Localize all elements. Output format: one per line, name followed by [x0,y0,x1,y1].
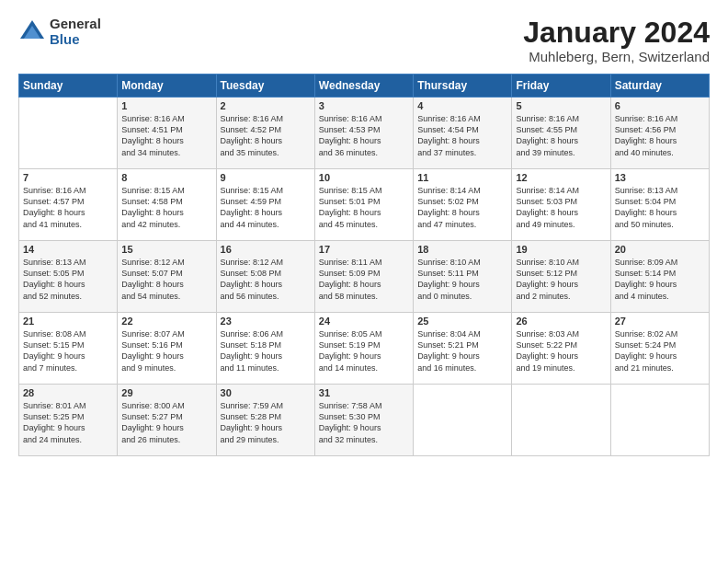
logo-blue: Blue [50,32,101,48]
day-info: Sunrise: 8:15 AM Sunset: 4:58 PM Dayligh… [121,185,211,230]
day-info: Sunrise: 8:10 AM Sunset: 5:12 PM Dayligh… [516,257,606,302]
logo: General Blue [18,17,101,47]
day-number: 5 [516,100,606,111]
day-number: 16 [221,244,311,255]
day-number: 6 [615,100,705,111]
day-info: Sunrise: 8:16 AM Sunset: 4:56 PM Dayligh… [615,113,705,158]
calendar-cell: 5Sunrise: 8:16 AM Sunset: 4:55 PM Daylig… [512,98,610,169]
cal-title: January 2024 [523,17,710,49]
calendar-row: 14Sunrise: 8:13 AM Sunset: 5:05 PM Dayli… [19,241,710,313]
day-info: Sunrise: 8:16 AM Sunset: 4:55 PM Dayligh… [516,113,606,158]
header-cell: Sunday [19,75,118,98]
calendar-cell: 15Sunrise: 8:12 AM Sunset: 5:07 PM Dayli… [118,241,216,313]
day-info: Sunrise: 8:04 AM Sunset: 5:21 PM Dayligh… [417,328,507,373]
day-number: 22 [121,316,211,327]
header-cell: Thursday [414,75,512,98]
day-number: 24 [319,316,409,327]
day-info: Sunrise: 8:01 AM Sunset: 5:25 PM Dayligh… [23,400,113,445]
day-number: 3 [319,100,409,111]
day-number: 25 [417,316,507,327]
calendar-cell: 8Sunrise: 8:15 AM Sunset: 4:58 PM Daylig… [118,169,216,241]
header-cell: Friday [512,75,610,98]
day-info: Sunrise: 7:58 AM Sunset: 5:30 PM Dayligh… [319,400,409,445]
day-info: Sunrise: 8:16 AM Sunset: 4:51 PM Dayligh… [121,113,211,158]
day-info: Sunrise: 8:00 AM Sunset: 5:27 PM Dayligh… [121,400,211,445]
day-number: 15 [121,244,211,255]
calendar-cell: 31Sunrise: 7:58 AM Sunset: 5:30 PM Dayli… [314,385,413,456]
day-number: 23 [221,316,311,327]
day-info: Sunrise: 8:16 AM Sunset: 4:53 PM Dayligh… [319,113,409,158]
day-number: 13 [615,172,705,183]
day-info: Sunrise: 8:03 AM Sunset: 5:22 PM Dayligh… [516,328,606,373]
calendar-table: SundayMondayTuesdayWednesdayThursdayFrid… [18,74,710,456]
day-info: Sunrise: 8:13 AM Sunset: 5:05 PM Dayligh… [23,257,113,302]
calendar-cell: 9Sunrise: 8:15 AM Sunset: 4:59 PM Daylig… [216,169,314,241]
calendar-header: SundayMondayTuesdayWednesdayThursdayFrid… [19,75,710,98]
calendar-cell: 1Sunrise: 8:16 AM Sunset: 4:51 PM Daylig… [118,98,216,169]
day-number: 30 [221,387,311,398]
calendar-cell: 28Sunrise: 8:01 AM Sunset: 5:25 PM Dayli… [19,385,118,456]
day-number: 4 [417,100,507,111]
calendar-cell [512,385,610,456]
calendar-cell [414,385,512,456]
calendar-cell: 12Sunrise: 8:14 AM Sunset: 5:03 PM Dayli… [512,169,610,241]
day-info: Sunrise: 8:08 AM Sunset: 5:15 PM Dayligh… [23,328,113,373]
day-number: 17 [319,244,409,255]
day-info: Sunrise: 8:07 AM Sunset: 5:16 PM Dayligh… [121,328,211,373]
calendar-cell: 10Sunrise: 8:15 AM Sunset: 5:01 PM Dayli… [314,169,413,241]
header: General Blue January 2024 Muhleberg, Ber… [18,17,710,64]
header-cell: Tuesday [216,75,314,98]
day-info: Sunrise: 8:02 AM Sunset: 5:24 PM Dayligh… [615,328,705,373]
calendar-cell: 11Sunrise: 8:14 AM Sunset: 5:02 PM Dayli… [414,169,512,241]
day-info: Sunrise: 8:16 AM Sunset: 4:52 PM Dayligh… [221,113,311,158]
page: General Blue January 2024 Muhleberg, Ber… [0,0,728,465]
calendar-body: 1Sunrise: 8:16 AM Sunset: 4:51 PM Daylig… [19,98,710,456]
day-number: 8 [121,172,211,183]
day-info: Sunrise: 8:14 AM Sunset: 5:02 PM Dayligh… [417,185,507,230]
header-row: SundayMondayTuesdayWednesdayThursdayFrid… [19,75,710,98]
calendar-row: 21Sunrise: 8:08 AM Sunset: 5:15 PM Dayli… [19,313,710,385]
calendar-cell: 25Sunrise: 8:04 AM Sunset: 5:21 PM Dayli… [414,313,512,385]
calendar-cell: 18Sunrise: 8:10 AM Sunset: 5:11 PM Dayli… [414,241,512,313]
logo-icon [18,18,46,46]
calendar-cell: 14Sunrise: 8:13 AM Sunset: 5:05 PM Dayli… [19,241,118,313]
day-number: 28 [23,387,113,398]
day-number: 11 [417,172,507,183]
calendar-cell: 17Sunrise: 8:11 AM Sunset: 5:09 PM Dayli… [314,241,413,313]
calendar-cell: 19Sunrise: 8:10 AM Sunset: 5:12 PM Dayli… [512,241,610,313]
calendar-cell: 16Sunrise: 8:12 AM Sunset: 5:08 PM Dayli… [216,241,314,313]
calendar-cell: 22Sunrise: 8:07 AM Sunset: 5:16 PM Dayli… [118,313,216,385]
day-info: Sunrise: 8:12 AM Sunset: 5:07 PM Dayligh… [121,257,211,302]
day-number: 20 [615,244,705,255]
day-info: Sunrise: 8:15 AM Sunset: 4:59 PM Dayligh… [221,185,311,230]
calendar-cell [610,385,709,456]
calendar-cell: 2Sunrise: 8:16 AM Sunset: 4:52 PM Daylig… [216,98,314,169]
day-info: Sunrise: 8:09 AM Sunset: 5:14 PM Dayligh… [615,257,705,302]
calendar-cell: 7Sunrise: 8:16 AM Sunset: 4:57 PM Daylig… [19,169,118,241]
day-number: 9 [221,172,311,183]
calendar-cell: 20Sunrise: 8:09 AM Sunset: 5:14 PM Dayli… [610,241,709,313]
day-number: 19 [516,244,606,255]
day-number: 12 [516,172,606,183]
calendar-cell: 23Sunrise: 8:06 AM Sunset: 5:18 PM Dayli… [216,313,314,385]
day-number: 1 [121,100,211,111]
day-info: Sunrise: 8:10 AM Sunset: 5:11 PM Dayligh… [417,257,507,302]
header-cell: Monday [118,75,216,98]
day-info: Sunrise: 8:16 AM Sunset: 4:54 PM Dayligh… [417,113,507,158]
calendar-cell [19,98,118,169]
day-info: Sunrise: 8:06 AM Sunset: 5:18 PM Dayligh… [221,328,311,373]
calendar-cell: 27Sunrise: 8:02 AM Sunset: 5:24 PM Dayli… [610,313,709,385]
title-block: January 2024 Muhleberg, Bern, Switzerlan… [523,17,710,64]
calendar-row: 7Sunrise: 8:16 AM Sunset: 4:57 PM Daylig… [19,169,710,241]
day-number: 7 [23,172,113,183]
logo-general: General [50,17,101,32]
day-info: Sunrise: 8:15 AM Sunset: 5:01 PM Dayligh… [319,185,409,230]
header-cell: Wednesday [314,75,413,98]
day-number: 31 [319,387,409,398]
day-info: Sunrise: 8:12 AM Sunset: 5:08 PM Dayligh… [221,257,311,302]
calendar-cell: 30Sunrise: 7:59 AM Sunset: 5:28 PM Dayli… [216,385,314,456]
day-number: 26 [516,316,606,327]
calendar-cell: 21Sunrise: 8:08 AM Sunset: 5:15 PM Dayli… [19,313,118,385]
cal-subtitle: Muhleberg, Bern, Switzerland [523,49,710,64]
day-number: 2 [221,100,311,111]
